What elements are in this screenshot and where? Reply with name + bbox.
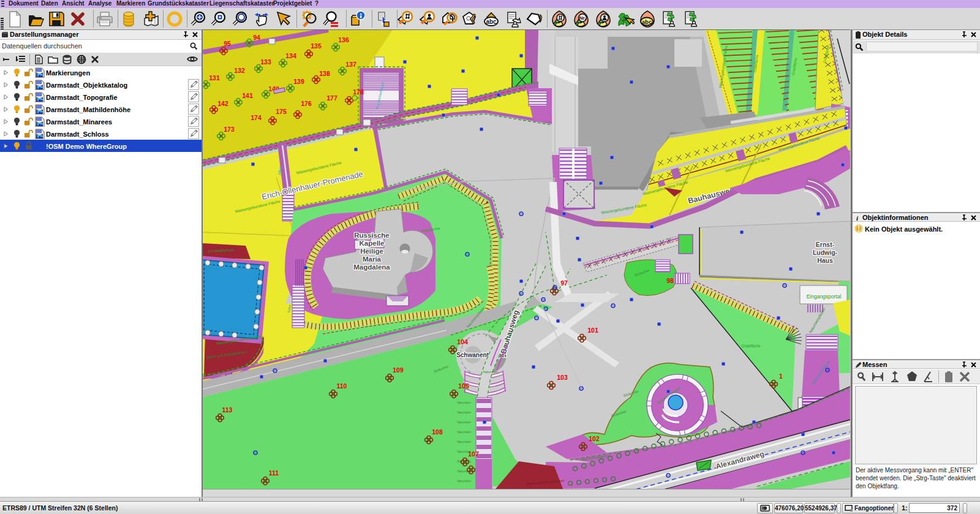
svg-text:Nr.: Nr. [579,15,586,21]
svg-text:abc: abc [642,18,652,25]
svg-text:97: 97 [560,279,568,287]
svg-text:141: 141 [242,92,253,99]
svg-text:176: 176 [301,100,312,107]
svg-text:111: 111 [269,469,279,477]
svg-text:135: 135 [311,42,322,50]
svg-text:Naturstein: Naturstein [457,479,471,483]
svg-text:Naturstein: Naturstein [457,430,471,434]
svg-text:108: 108 [432,428,443,436]
svg-text:101: 101 [587,327,598,334]
svg-text:139: 139 [293,78,304,85]
svg-text:Naturstein: Naturstein [457,420,471,424]
svg-text:abc: abc [486,18,497,25]
svg-text:105: 105 [458,382,469,390]
svg-text:Kapelle: Kapelle [360,240,385,247]
svg-text:94: 94 [253,34,260,41]
svg-text:Ernst-: Ernst- [816,241,835,248]
svg-text:104: 104 [457,338,468,346]
svg-text:113: 113 [222,406,233,414]
svg-text:Eingangsportal: Eingangsportal [807,293,842,300]
svg-text:137: 137 [345,61,356,68]
svg-text:Naturstein: Naturstein [457,401,471,404]
svg-text:Maria: Maria [363,255,382,263]
svg-text:Heilige: Heilige [360,248,383,255]
svg-text:Russische: Russische [354,232,390,239]
svg-text:Ludwig-: Ludwig- [813,249,838,256]
svg-text:132: 132 [234,67,245,74]
svg-text:107: 107 [468,450,479,458]
svg-text:Haus: Haus [817,257,833,264]
svg-text:Naturstein: Naturstein [457,410,471,414]
svg-text:110: 110 [337,382,347,390]
svg-text:133: 133 [260,58,271,66]
svg-text:136: 136 [338,36,349,43]
svg-text:Naturstein: Naturstein [483,370,498,374]
svg-text:178: 178 [353,88,364,96]
svg-text:Magdalena: Magdalena [353,263,390,271]
svg-text:142: 142 [217,100,228,107]
svg-text:109: 109 [393,366,404,374]
svg-text:95: 95 [224,40,231,47]
svg-text:138: 138 [319,70,330,77]
svg-text:177: 177 [326,94,337,102]
svg-text:134: 134 [285,52,296,59]
svg-text:174: 174 [251,114,262,121]
svg-text:173: 173 [224,126,235,133]
svg-text:103: 103 [557,374,568,381]
svg-text:Naturstein: Naturstein [457,440,471,444]
svg-text:1: 1 [779,372,783,380]
svg-text:i: i [856,214,859,222]
svg-text:Grasfläche: Grasfläche [741,344,761,348]
svg-text:175: 175 [276,108,287,115]
svg-text:131: 131 [209,74,220,81]
svg-text:98: 98 [666,277,674,284]
svg-text:102: 102 [589,435,600,442]
